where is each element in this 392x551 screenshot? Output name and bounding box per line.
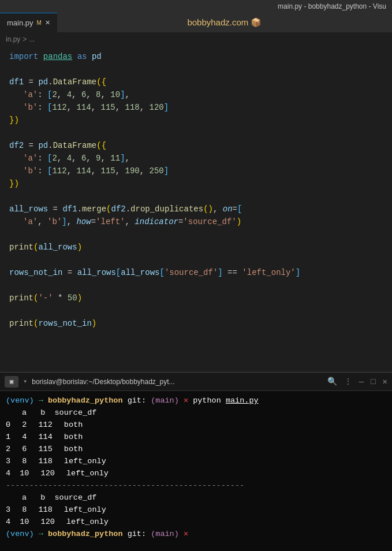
terminal-prompt2-line: (venv) → bobbyhadz_python git: (main) ✕ xyxy=(6,528,386,540)
breadcrumb-separator: > xyxy=(23,35,27,43)
code-line-6: df2 = pd.DataFrame({ xyxy=(0,139,392,152)
empty-line-6 xyxy=(0,279,392,292)
breadcrumb: in.py > ... xyxy=(0,33,392,46)
more-options-button[interactable]: ⋮ xyxy=(344,377,352,386)
tab-close-button[interactable]: ✕ xyxy=(45,19,50,27)
empty-line-1 xyxy=(0,63,392,76)
terminal-icon: ▣ xyxy=(5,376,18,388)
title-bar: main.py - bobbyhadz_python - Visu xyxy=(0,0,392,13)
terminal-userdir2: bobbyhadz_python xyxy=(48,530,123,538)
code-line-4: 'b': [112, 114, 115, 118, 120] xyxy=(0,101,392,114)
terminal-mainpy: main.py xyxy=(226,396,259,405)
terminal-userdir: bobbyhadz_python xyxy=(48,396,123,405)
terminal-title: borislav@borislav:~/Desktop/bobbyhadz_py… xyxy=(32,378,323,386)
empty-line-2 xyxy=(0,126,392,139)
code-line-13: rows_not_in = all_rows[all_rows['source_… xyxy=(0,266,392,279)
code-line-9: }) xyxy=(0,177,392,190)
terminal-arrow2: → xyxy=(39,530,43,538)
terminal-chevron[interactable]: ▾ xyxy=(23,377,27,386)
terminal-divider: ----------------------------------------… xyxy=(6,479,386,492)
code-line-12: print(all_rows) xyxy=(0,241,392,254)
title-bar-text: main.py - bobbyhadz_python - Visu xyxy=(278,2,386,10)
code-line-2: df1 = pd.DataFrame({ xyxy=(0,76,392,88)
terminal-arrow1: → xyxy=(39,396,43,405)
search-button[interactable]: 🔍 xyxy=(327,377,337,386)
terminal-cmd: python xyxy=(193,396,226,405)
terminal-content[interactable]: (venv) → bobbyhadz_python git: (main) ✕ … xyxy=(0,391,392,551)
terminal-table2-header: a b source_df xyxy=(6,492,386,504)
terminal-table-header: a b source_df xyxy=(6,407,386,419)
empty-line-3 xyxy=(0,190,392,203)
breadcrumb-file: in.py xyxy=(6,35,20,43)
table-row-1: 1 4 114 both xyxy=(6,431,386,443)
terminal-icon-symbol: ▣ xyxy=(10,378,14,385)
editor-title: bobbyhadz.com 📦 xyxy=(57,17,392,28)
code-line-15: print(rows_not_in) xyxy=(0,317,392,330)
terminal-venv: (venv) xyxy=(6,396,34,405)
code-line-11: 'a', 'b'], how='left', indicator='source… xyxy=(0,215,392,228)
terminal-x1: ✕ xyxy=(184,396,188,405)
close-terminal-button[interactable]: ✕ xyxy=(383,377,387,386)
terminal-tab-bar: ▣ ▾ borislav@borislav:~/Desktop/bobbyhad… xyxy=(0,373,392,391)
empty-line-5 xyxy=(0,254,392,266)
minimize-button[interactable]: — xyxy=(359,377,364,386)
terminal-x2: ✕ xyxy=(184,530,188,538)
breadcrumb-ellipsis: ... xyxy=(29,35,35,43)
code-line-8: 'b': [112, 114, 115, 190, 250] xyxy=(0,165,392,177)
col-b-header: b xyxy=(40,408,45,417)
col-source-header: source_df xyxy=(54,408,96,417)
editor-section: import pandas as pd df1 = pd.DataFrame({… xyxy=(0,46,392,372)
terminal-container: ▣ ▾ borislav@borislav:~/Desktop/bobbyhad… xyxy=(0,372,392,551)
code-line-1: import pandas as pd xyxy=(0,50,392,63)
code-line-10: all_rows = df1.merge(df2.drop_duplicates… xyxy=(0,203,392,215)
table-row-0: 0 2 112 both xyxy=(6,419,386,431)
table-row-4: 4 10 120 left_only xyxy=(6,467,386,479)
table2-row-3: 3 8 118 left_only xyxy=(6,504,386,516)
code-line-3: 'a': [2, 4, 6, 8, 10], xyxy=(0,88,392,101)
terminal-branch2: (main) xyxy=(151,530,179,538)
code-line-5: }) xyxy=(0,114,392,126)
tab-modified-dot: M xyxy=(37,20,42,26)
tab-filename: main.py xyxy=(7,18,33,27)
empty-line-4 xyxy=(0,228,392,241)
table2-row-4: 4 10 120 left_only xyxy=(6,516,386,528)
table-row-3: 3 8 118 left_only xyxy=(6,455,386,467)
col-a-header: a xyxy=(22,408,27,417)
code-line-7: 'a': [2, 4, 6, 9, 11], xyxy=(0,152,392,165)
tab-bar: main.py M ✕ bobbyhadz.com 📦 xyxy=(0,13,392,33)
terminal-prompt-line: (venv) → bobbyhadz_python git: (main) ✕ … xyxy=(6,394,386,407)
terminal-venv2: (venv) xyxy=(6,530,34,538)
main-layout: main.py M ✕ bobbyhadz.com 📦 in.py > ... … xyxy=(0,13,392,551)
maximize-button[interactable]: □ xyxy=(371,377,375,386)
table-row-2: 2 6 115 both xyxy=(6,443,386,455)
terminal-git-label: git: xyxy=(128,396,146,405)
terminal-actions: 🔍 ⋮ — □ ✕ xyxy=(327,377,387,386)
editor-tab[interactable]: main.py M ✕ xyxy=(0,13,57,33)
code-area[interactable]: import pandas as pd df1 = pd.DataFrame({… xyxy=(0,46,392,334)
code-line-14: print('-' * 50) xyxy=(0,292,392,304)
empty-line-7 xyxy=(0,304,392,317)
terminal-branch: (main) xyxy=(151,396,179,405)
terminal-git-label2: git: xyxy=(128,530,146,538)
